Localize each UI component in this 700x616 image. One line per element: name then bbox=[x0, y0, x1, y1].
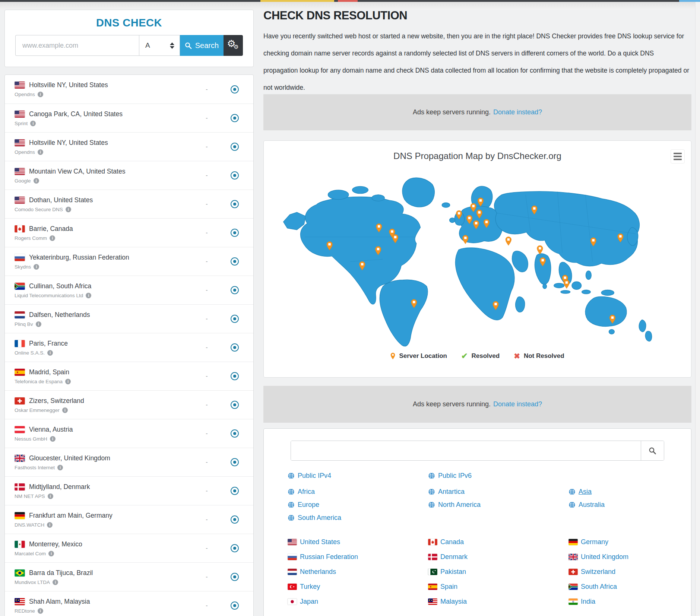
server-provider: Google bbox=[15, 178, 31, 184]
info-icon[interactable]: i bbox=[34, 264, 39, 270]
link-south-africa[interactable]: South Africa bbox=[568, 583, 667, 591]
link-north-america[interactable]: North America bbox=[428, 501, 568, 509]
not-resolved-cross-icon: ✖ bbox=[514, 352, 520, 361]
flag-in-icon bbox=[568, 598, 578, 605]
link-australia[interactable]: Australia bbox=[568, 501, 667, 509]
target-icon[interactable] bbox=[231, 85, 239, 93]
target-icon[interactable] bbox=[231, 315, 239, 323]
link-spain[interactable]: Spain bbox=[428, 583, 568, 591]
target-icon[interactable] bbox=[231, 372, 239, 380]
info-icon[interactable]: i bbox=[36, 321, 41, 327]
finder-search-input[interactable] bbox=[291, 441, 641, 460]
link-united-states[interactable]: United States bbox=[288, 538, 428, 546]
link-antartica[interactable]: Antartica bbox=[428, 488, 568, 496]
link-india[interactable]: India bbox=[568, 598, 667, 606]
server-result: - bbox=[190, 488, 224, 494]
target-icon[interactable] bbox=[231, 401, 239, 409]
flag-ca-icon bbox=[428, 539, 437, 545]
info-icon[interactable]: i bbox=[47, 350, 53, 356]
target-icon[interactable] bbox=[231, 200, 239, 208]
target-icon[interactable] bbox=[231, 229, 239, 237]
info-icon[interactable]: i bbox=[66, 207, 71, 212]
link-public-ipv4[interactable]: Public IPv4 bbox=[288, 472, 428, 480]
link-malaysia[interactable]: Malaysia bbox=[428, 598, 568, 606]
info-icon[interactable]: i bbox=[38, 608, 43, 614]
finder-search-button[interactable] bbox=[641, 441, 664, 460]
record-type-select[interactable]: A bbox=[139, 35, 180, 56]
map-pin-turkey-icon[interactable] bbox=[506, 237, 511, 245]
page-scrollbar[interactable] bbox=[695, 2, 700, 616]
donate-link[interactable]: Donate instead? bbox=[493, 400, 542, 408]
link-label: Asia bbox=[579, 488, 592, 496]
target-icon[interactable] bbox=[231, 343, 239, 352]
link-denmark[interactable]: Denmark bbox=[428, 553, 568, 561]
info-icon[interactable]: i bbox=[53, 580, 58, 585]
target-icon[interactable] bbox=[231, 171, 239, 180]
info-icon[interactable]: i bbox=[50, 235, 55, 241]
target-icon[interactable] bbox=[231, 573, 239, 581]
link-label: Malaysia bbox=[440, 598, 467, 606]
link-asia[interactable]: Asia bbox=[568, 488, 667, 496]
link-turkey[interactable]: Turkey bbox=[288, 583, 428, 591]
info-icon[interactable]: i bbox=[50, 436, 56, 442]
info-icon[interactable]: i bbox=[65, 379, 71, 384]
legend-label: Server Location bbox=[399, 352, 447, 360]
server-provider: Opendns bbox=[15, 92, 35, 97]
info-icon[interactable]: i bbox=[48, 493, 53, 499]
globe-icon bbox=[428, 501, 435, 508]
link-netherlands[interactable]: Netherlands bbox=[288, 568, 428, 576]
info-icon[interactable]: i bbox=[57, 465, 63, 470]
link-pakistan[interactable]: Pakistan bbox=[428, 568, 568, 576]
info-icon[interactable]: i bbox=[86, 293, 91, 298]
ad-text: Ads keep servers running. bbox=[413, 108, 491, 116]
link-africa[interactable]: Africa bbox=[288, 488, 428, 496]
info-icon[interactable]: i bbox=[47, 522, 53, 528]
settings-button[interactable]: ⚙ ⚙ bbox=[224, 35, 243, 56]
target-icon[interactable] bbox=[231, 544, 239, 552]
server-result: - bbox=[190, 344, 224, 351]
target-icon[interactable] bbox=[231, 143, 239, 151]
link-label: South Africa bbox=[581, 583, 617, 591]
domain-input[interactable] bbox=[15, 35, 139, 56]
server-provider: Rogers Comm bbox=[15, 235, 47, 241]
link-south-america[interactable]: South America bbox=[288, 514, 428, 522]
map-pin-pakistan-icon[interactable] bbox=[537, 245, 543, 254]
info-icon[interactable]: i bbox=[38, 149, 43, 155]
flag-es-icon bbox=[15, 369, 25, 376]
server-location: Paris, France bbox=[29, 340, 68, 347]
info-icon[interactable]: i bbox=[38, 92, 43, 97]
link-russian-federation[interactable]: Russian Federation bbox=[288, 553, 428, 561]
link-japan[interactable]: Japan bbox=[288, 598, 428, 606]
target-icon[interactable] bbox=[231, 257, 239, 266]
search-button-label: Search bbox=[195, 41, 219, 50]
target-icon[interactable] bbox=[231, 515, 239, 524]
link-switzerland[interactable]: Switzerland bbox=[568, 568, 667, 576]
link-united-kingdom[interactable]: United Kingdom bbox=[568, 553, 667, 561]
link-canada[interactable]: Canada bbox=[428, 538, 568, 546]
target-icon[interactable] bbox=[231, 487, 239, 495]
link-public-ipv6[interactable]: Public IPv6 bbox=[428, 472, 568, 480]
server-row: Mountain View CA, United States Google i… bbox=[5, 161, 253, 190]
donate-link[interactable]: Donate instead? bbox=[493, 108, 542, 116]
map-menu-button[interactable] bbox=[671, 149, 685, 163]
info-icon[interactable]: i bbox=[62, 407, 68, 413]
target-icon[interactable] bbox=[231, 429, 239, 438]
search-button[interactable]: Search bbox=[180, 35, 224, 56]
target-icon[interactable] bbox=[231, 601, 239, 610]
flag-ca-icon bbox=[15, 225, 25, 232]
info-icon[interactable]: i bbox=[30, 121, 36, 126]
info-icon[interactable]: i bbox=[48, 551, 54, 556]
map-pin-malaysia-2-icon[interactable] bbox=[564, 280, 569, 288]
target-icon[interactable] bbox=[231, 114, 239, 122]
target-icon[interactable] bbox=[231, 458, 239, 466]
server-row: Midtjylland, Denmark NM NET APS i - bbox=[5, 476, 253, 505]
server-row: Gloucester, United Kingdom Fasthosts Int… bbox=[5, 448, 253, 476]
info-icon[interactable]: i bbox=[34, 178, 39, 184]
link-europe[interactable]: Europe bbox=[288, 501, 428, 509]
server-row: Vienna, Austria Nessus GmbH i - bbox=[5, 419, 253, 448]
server-location: Dothan, United States bbox=[29, 196, 93, 204]
link-germany[interactable]: Germany bbox=[568, 538, 667, 546]
target-icon[interactable] bbox=[231, 286, 239, 294]
map-pin-spain-icon[interactable] bbox=[463, 235, 468, 244]
link-label: South America bbox=[298, 514, 341, 522]
